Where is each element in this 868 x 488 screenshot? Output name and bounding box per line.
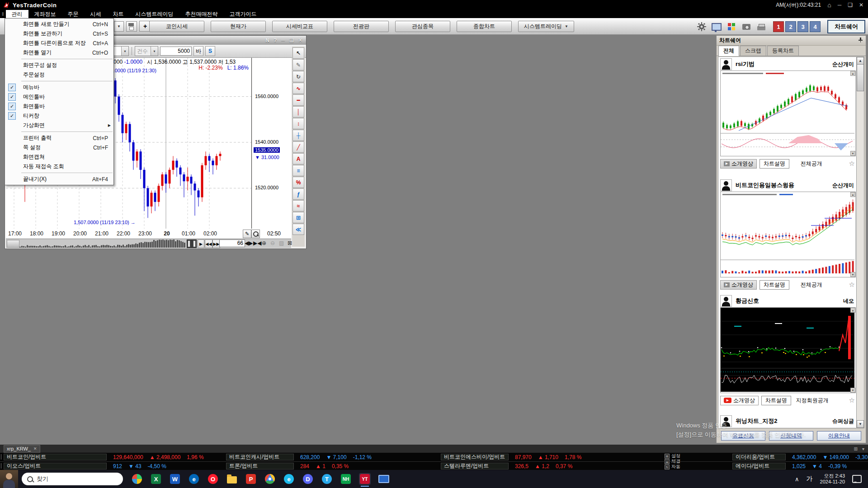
menu-item-1[interactable]: 화면틀 보관하기Ctrl+S bbox=[5, 29, 113, 38]
hline-tool-icon[interactable]: ━ bbox=[292, 94, 304, 106]
scroll-up-icon[interactable]: ▲ bbox=[857, 57, 864, 65]
menu-item-9[interactable]: ✓티커창 bbox=[5, 111, 113, 121]
ticker-expand-icon[interactable]: ⊞ bbox=[854, 446, 858, 451]
menu-item-4[interactable]: 화면구성 설정 bbox=[5, 61, 113, 70]
restore-button[interactable]: ❏ bbox=[848, 2, 853, 8]
mini-chart-light1[interactable]: ▲▼ bbox=[720, 70, 856, 156]
intro-video-button[interactable]: ▶소개영상 bbox=[720, 280, 757, 290]
toolbar-button-0[interactable]: 코인시세 bbox=[149, 21, 204, 32]
chrome-icon[interactable] bbox=[264, 473, 276, 485]
lines-tool-icon[interactable]: ≡ bbox=[292, 165, 304, 176]
menubar-item-5[interactable]: 시스템트레이딩 bbox=[130, 10, 179, 18]
menubar-item-3[interactable]: 시세 bbox=[85, 10, 107, 18]
layout-grid-icon[interactable] bbox=[726, 21, 737, 33]
close-nav-icon[interactable]: ⊠ bbox=[288, 240, 292, 246]
print-icon[interactable] bbox=[755, 21, 767, 33]
bar-count-input[interactable]: 5000 bbox=[160, 47, 192, 56]
scrollbar-thumb[interactable] bbox=[857, 64, 864, 91]
approx-tool-icon[interactable]: ≈ bbox=[292, 200, 304, 211]
chart-share-item[interactable]: 비트코인용일봉스윙용순산개미▲▼▶소개영상차트설명전체공개☆ bbox=[720, 179, 856, 291]
fibo-tool-icon[interactable]: ƒ bbox=[292, 188, 304, 200]
page-button-4[interactable]: 4 bbox=[810, 21, 821, 32]
ime-indicator[interactable]: 가 bbox=[807, 475, 813, 483]
toolbar-button-4[interactable]: 관심종목 bbox=[395, 21, 450, 32]
panel-footer-button-0[interactable]: 유료신청 bbox=[721, 431, 765, 441]
taskbar-clock[interactable]: 오전 2:43 2024-11-20 bbox=[820, 473, 845, 485]
menu-item-15[interactable]: 끝내기(X)Alt+F4 bbox=[5, 174, 113, 184]
chart-window-button-1[interactable]: ? bbox=[274, 38, 277, 43]
chart-desc-button[interactable]: 차트설명 bbox=[761, 396, 791, 405]
chart-window-button-4[interactable]: ✕ bbox=[298, 38, 302, 43]
panel-footer-button-2[interactable]: 이용안내 bbox=[817, 431, 861, 441]
pinwheel-icon[interactable] bbox=[131, 473, 143, 485]
zoom-glass-icon[interactable] bbox=[251, 230, 260, 238]
excel-icon[interactable]: X bbox=[150, 473, 162, 485]
navigator-grip[interactable] bbox=[7, 240, 19, 248]
menu-item-2[interactable]: 화면틀 다른이름으로 저장Ctrl+A bbox=[5, 38, 113, 48]
percent-tool-icon[interactable]: % bbox=[292, 177, 304, 188]
menu-item-0[interactable]: 화면틀 새로 만들기Ctrl+N bbox=[5, 19, 113, 29]
settings-gear-icon[interactable] bbox=[696, 21, 708, 33]
draw-pencil-icon[interactable]: ✎ bbox=[243, 230, 251, 238]
edge-icon[interactable]: e bbox=[188, 473, 200, 485]
screenshot-camera-icon[interactable] bbox=[741, 21, 752, 33]
favorite-star-icon[interactable]: ☆ bbox=[849, 281, 855, 289]
visible-bars-input[interactable]: 66 bbox=[219, 239, 245, 247]
minimize-button[interactable]: ─ bbox=[838, 2, 842, 8]
chart-desc-button[interactable]: 차트설명 bbox=[760, 280, 789, 290]
explorer-icon[interactable] bbox=[226, 473, 238, 485]
menu-item-13[interactable]: 화면캡쳐 bbox=[5, 152, 113, 162]
telegram-icon[interactable]: T bbox=[321, 473, 333, 485]
count-combo[interactable]: 건수▼ bbox=[135, 46, 158, 56]
toolbar-button-1[interactable]: 현재가 bbox=[211, 21, 266, 32]
range-icon[interactable]: ◀▶ bbox=[245, 240, 253, 246]
thumb-scroll-down-icon[interactable]: ▼ bbox=[850, 388, 855, 393]
tab-close-icon[interactable]: ✕ bbox=[33, 446, 37, 451]
step-back-icon[interactable]: ◀◀ bbox=[205, 239, 212, 248]
intro-video-button[interactable]: ▶소개영상 bbox=[720, 396, 759, 405]
text-tool-icon[interactable]: A bbox=[292, 153, 304, 164]
menu-item-8[interactable]: ✓화면툴바 bbox=[5, 102, 113, 111]
chart-window-button-0[interactable]: N bbox=[265, 38, 269, 43]
tab-전체[interactable]: 전체 bbox=[718, 46, 739, 56]
toolbar-button-3[interactable]: 전광판 bbox=[334, 21, 389, 32]
favorite-star-icon[interactable]: ☆ bbox=[849, 160, 855, 168]
chart-window-button-2[interactable]: ─ bbox=[281, 38, 285, 43]
tab-등록차트[interactable]: 등록차트 bbox=[767, 46, 799, 56]
menu-item-6[interactable]: ✓메뉴바 bbox=[5, 83, 113, 92]
search-input[interactable]: 찾기 bbox=[22, 473, 123, 485]
opera-icon[interactable]: O bbox=[207, 473, 219, 485]
remote-desktop-icon[interactable] bbox=[378, 473, 390, 485]
chart-share-item[interactable]: rsi기법순산개미▲▼▶소개영상차트설명전체공개☆ bbox=[720, 58, 856, 169]
ticker-collapse-icon[interactable]: ▾ bbox=[862, 446, 864, 451]
menu-item-10[interactable]: 가상화면▶ bbox=[5, 121, 113, 130]
menubar-item-0[interactable]: 관리 bbox=[6, 10, 28, 18]
menu-item-5[interactable]: 주문설정 bbox=[5, 70, 113, 80]
nh-bank-icon[interactable]: NH bbox=[340, 473, 352, 485]
notification-icon[interactable] bbox=[852, 475, 862, 483]
play-forward-icon[interactable]: ▶ bbox=[198, 239, 204, 248]
pdf-icon[interactable]: P bbox=[245, 473, 257, 485]
grid-tool-icon[interactable]: ⊞ bbox=[292, 212, 304, 223]
page-button-2[interactable]: 2 bbox=[785, 21, 796, 32]
zoom-out-icon[interactable]: ⊖ bbox=[270, 240, 275, 246]
collapse-tool-icon[interactable]: ≪ bbox=[292, 224, 304, 235]
menubar-item-6[interactable]: 추천매매전략 bbox=[179, 10, 224, 18]
screen-select-dropdown[interactable]: ▼ bbox=[114, 21, 124, 32]
ie-icon[interactable]: e bbox=[283, 473, 295, 485]
tab-스크랩[interactable]: 스크랩 bbox=[740, 46, 766, 56]
menu-item-7[interactable]: ✓메인툴바 bbox=[5, 92, 113, 102]
goto-end-icon[interactable]: ▶◀ bbox=[253, 240, 261, 246]
yestrader-icon[interactable]: YT bbox=[359, 473, 371, 485]
menubar-item-4[interactable]: 차트 bbox=[107, 10, 130, 18]
menubar-item-7[interactable]: 고객가이드 bbox=[224, 10, 263, 18]
menubar-item-2[interactable]: 주문 bbox=[62, 10, 85, 18]
chart-window-button-3[interactable]: ❏ bbox=[289, 38, 294, 43]
refresh-tool-icon[interactable]: ↻ bbox=[292, 71, 304, 82]
zoom-in-icon[interactable]: ⊕ bbox=[262, 240, 266, 246]
cursor-tool-icon[interactable]: ↖ bbox=[292, 47, 304, 59]
word-icon[interactable]: W bbox=[169, 473, 181, 485]
close-button[interactable]: ✕ bbox=[859, 2, 863, 8]
taskbar-user-avatar[interactable] bbox=[0, 470, 18, 488]
panel-scrollbar[interactable]: ▲ ▼ bbox=[856, 56, 864, 428]
